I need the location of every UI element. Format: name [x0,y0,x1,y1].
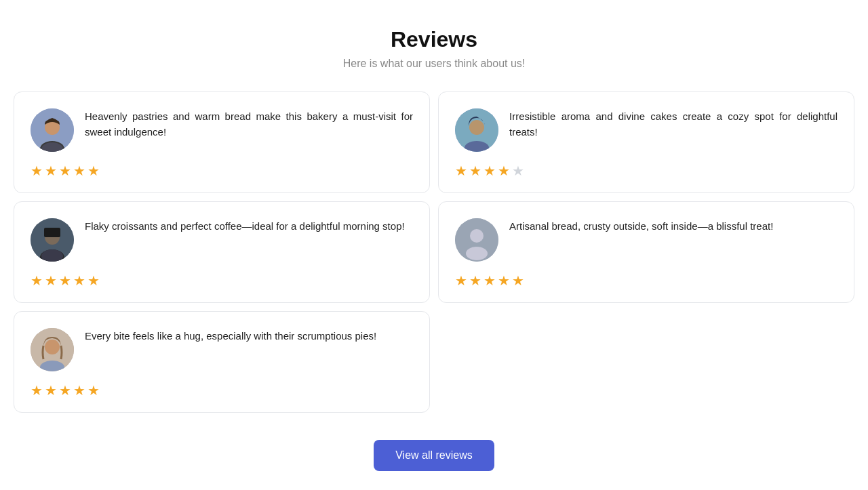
review-top: Every bite feels like a hug, especially … [31,328,413,371]
svg-point-5 [469,120,484,135]
star-full-icon: ★ [59,382,71,399]
star-full-icon: ★ [45,272,57,289]
star-full-icon: ★ [73,382,85,399]
page-subtitle: Here is what our users think about us! [343,58,526,70]
star-rating: ★★★★★ [31,272,413,289]
star-full-icon: ★ [31,382,43,399]
review-text: Artisanal bread, crusty outside, soft in… [509,218,837,234]
star-full-icon: ★ [498,272,510,289]
avatar [455,108,498,152]
avatar [31,328,74,371]
review-text: Every bite feels like a hug, especially … [85,328,413,344]
reviews-grid: Heavenly pastries and warm bread make th… [14,91,854,413]
review-card: Irresistible aroma and divine cakes crea… [438,91,854,193]
star-full-icon: ★ [45,382,57,399]
star-full-icon: ★ [469,163,481,179]
review-text: Heavenly pastries and warm bread make th… [85,108,413,140]
star-full-icon: ★ [73,163,85,179]
empty-cell [438,311,854,413]
star-rating: ★★★★★ [455,163,837,179]
review-card: Heavenly pastries and warm bread make th… [14,91,430,193]
svg-point-14 [466,247,488,260]
star-full-icon: ★ [455,272,467,289]
review-top: Heavenly pastries and warm bread make th… [31,108,413,152]
view-all-reviews-button[interactable]: View all reviews [374,440,494,471]
svg-point-13 [470,229,484,243]
star-full-icon: ★ [484,163,496,179]
review-card: Artisanal bread, crusty outside, soft in… [438,201,854,303]
review-text: Flaky croissants and perfect coffee—idea… [85,218,413,234]
star-rating: ★★★★★ [31,163,413,179]
star-rating: ★★★★★ [31,382,413,399]
star-full-icon: ★ [59,163,71,179]
star-full-icon: ★ [31,272,43,289]
avatar [31,218,74,262]
star-half-icon: ★ [87,163,100,179]
page-header: Reviews Here is what our users think abo… [343,27,526,70]
page-title: Reviews [343,27,526,52]
avatar [455,218,498,262]
svg-point-16 [45,340,60,354]
star-empty-icon: ★ [512,163,524,179]
star-full-icon: ★ [31,163,43,179]
star-rating: ★★★★★ [455,272,837,289]
star-full-icon: ★ [73,272,85,289]
review-text: Irresistible aroma and divine cakes crea… [509,108,837,140]
svg-rect-10 [44,228,60,237]
review-top: Flaky croissants and perfect coffee—idea… [31,218,413,262]
star-full-icon: ★ [59,272,71,289]
review-top: Irresistible aroma and divine cakes crea… [455,108,837,152]
star-full-icon: ★ [45,163,57,179]
star-half-icon: ★ [87,272,100,289]
star-full-icon: ★ [469,272,481,289]
avatar [31,108,74,152]
star-half-icon: ★ [87,382,100,399]
review-card: Every bite feels like a hug, especially … [14,311,430,413]
star-half-icon: ★ [512,272,524,289]
star-full-icon: ★ [498,163,510,179]
star-full-icon: ★ [484,272,496,289]
star-full-icon: ★ [455,163,467,179]
review-card: Flaky croissants and perfect coffee—idea… [14,201,430,303]
review-top: Artisanal bread, crusty outside, soft in… [455,218,837,262]
